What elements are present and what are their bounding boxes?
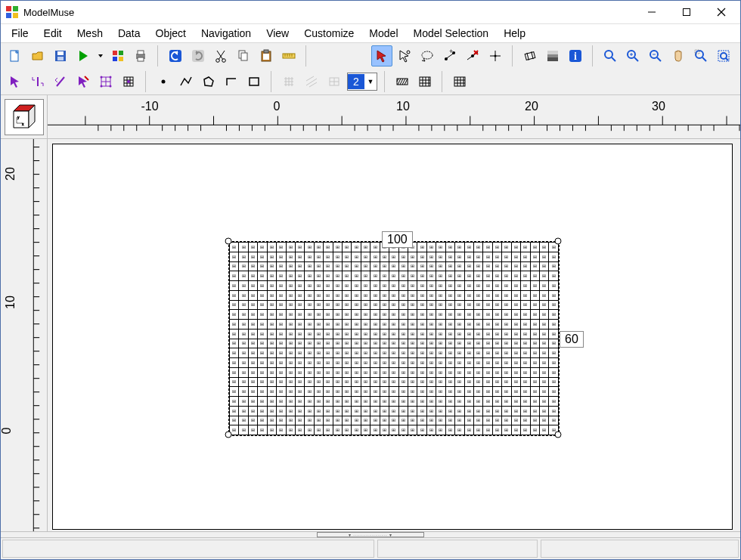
toolbar-row-2: 2 ▼ xyxy=(1,69,740,94)
zoom-extents-button[interactable] xyxy=(600,45,621,67)
add-vertex-tool[interactable]: + xyxy=(439,45,460,67)
visualize-button[interactable] xyxy=(107,45,129,67)
zoom-out-button[interactable] xyxy=(645,45,666,67)
resize-handle-ne[interactable] xyxy=(555,238,562,245)
separator xyxy=(271,71,274,92)
run-button[interactable] xyxy=(73,45,94,67)
maximize-button[interactable] xyxy=(669,1,704,23)
cut-button[interactable] xyxy=(210,45,231,67)
menu-model-selection[interactable]: Model Selection xyxy=(406,24,497,42)
straight-line-tool[interactable] xyxy=(221,71,242,92)
color-legend-button[interactable] xyxy=(542,45,563,67)
open-button[interactable] xyxy=(27,45,48,67)
resize-handle-sw[interactable] xyxy=(225,432,232,438)
svg-rect-10 xyxy=(57,51,64,55)
svg-rect-29 xyxy=(263,54,269,60)
select-polygon-tool[interactable] xyxy=(417,45,438,67)
window-title: ModelMuse xyxy=(23,7,634,18)
model-canvas[interactable]: ⊞⊞⊞⊞⊞⊞⊞⊞⊞⊞⊞⊞⊞⊞⊞⊞⊞⊞⊞⊞⊞⊞⊞⊞⊞⊞⊞⊞⊞⊞⊞⊞⊞⊞⊞⊞⊞⊞⊞⊞… xyxy=(52,144,733,530)
splitter-grip-icon: ▾ ················· ▾ xyxy=(317,532,424,537)
polygon-tool[interactable] xyxy=(198,71,219,92)
menu-customize[interactable]: Customize xyxy=(296,24,361,42)
group-select: + xyxy=(369,44,508,68)
save-button[interactable] xyxy=(50,45,71,67)
pan-button[interactable] xyxy=(668,45,689,67)
info-button[interactable]: i xyxy=(565,45,586,67)
menu-object[interactable]: Object xyxy=(148,24,194,42)
print-button[interactable] xyxy=(130,45,151,67)
svg-point-36 xyxy=(422,51,433,59)
paste-button[interactable] xyxy=(256,45,277,67)
group-create xyxy=(2,70,141,94)
status-bar xyxy=(1,537,740,559)
redo-button[interactable] xyxy=(188,45,209,67)
new-button[interactable] xyxy=(5,45,26,67)
svg-point-80 xyxy=(110,85,112,88)
separator xyxy=(305,45,309,67)
svg-rect-88 xyxy=(250,78,259,85)
menu-model[interactable]: Model xyxy=(361,24,405,42)
add-col-row-icon[interactable] xyxy=(27,71,48,92)
menu-edit[interactable]: Edit xyxy=(36,24,70,42)
model-grid-object[interactable]: ⊞⊞⊞⊞⊞⊞⊞⊞⊞⊞⊞⊞⊞⊞⊞⊞⊞⊞⊞⊞⊞⊞⊞⊞⊞⊞⊞⊞⊞⊞⊞⊞⊞⊞⊞⊞⊞⊞⊞⊞… xyxy=(228,241,560,436)
svg-rect-18 xyxy=(138,57,144,61)
rectangle-tool[interactable] xyxy=(243,71,265,92)
close-button[interactable] xyxy=(704,1,739,23)
svg-line-57 xyxy=(612,57,615,61)
menu-navigation[interactable]: Navigation xyxy=(194,24,259,42)
height-callout: 60 xyxy=(560,331,584,348)
point-tool[interactable] xyxy=(153,71,174,92)
copy-button[interactable] xyxy=(233,45,254,67)
subdivide-icon[interactable] xyxy=(95,71,116,92)
grid-angle-button[interactable] xyxy=(519,45,541,67)
svg-rect-1 xyxy=(13,6,18,11)
menu-mesh[interactable]: Mesh xyxy=(70,24,110,42)
svg-line-50 xyxy=(532,51,534,59)
move-col-row-icon[interactable] xyxy=(50,71,71,92)
svg-line-49 xyxy=(527,53,529,60)
spacing-icon[interactable] xyxy=(118,71,139,92)
grid-diag-icon[interactable] xyxy=(301,71,322,92)
svg-line-70 xyxy=(726,58,728,60)
zoom-in-button[interactable] xyxy=(622,45,643,67)
undo-button[interactable] xyxy=(165,45,186,67)
menu-help[interactable]: Help xyxy=(496,24,533,42)
lasso-tool[interactable] xyxy=(394,45,415,67)
horizontal-splitter[interactable]: ▾ ················· ▾ xyxy=(1,531,740,537)
group-display: i xyxy=(517,44,588,68)
menu-data[interactable]: Data xyxy=(110,24,148,42)
toolbar-row-1: + i xyxy=(1,43,740,69)
zoom-region-button[interactable] xyxy=(713,45,734,67)
delete-vertex-tool[interactable] xyxy=(462,45,483,67)
minimize-button[interactable] xyxy=(634,1,669,23)
menu-file[interactable]: File xyxy=(4,24,36,42)
move-nodes-icon[interactable] xyxy=(485,45,506,67)
view-cube[interactable]: yx xyxy=(5,99,44,135)
separator xyxy=(512,45,516,67)
measure-button[interactable] xyxy=(278,45,299,67)
separator xyxy=(442,71,445,92)
del-col-row-icon[interactable] xyxy=(73,71,94,92)
svg-point-56 xyxy=(605,51,612,58)
polyline-tool[interactable] xyxy=(175,71,197,92)
create-point-icon[interactable] xyxy=(5,71,26,92)
svg-rect-2 xyxy=(6,13,11,18)
svg-point-23 xyxy=(216,59,220,63)
zoom-window-button[interactable] xyxy=(690,45,712,67)
resize-handle-nw[interactable] xyxy=(225,238,232,245)
view-hatch-icon[interactable] xyxy=(392,71,413,92)
grid-square-icon[interactable] xyxy=(324,71,345,92)
layer-selector[interactable]: 2 ▼ xyxy=(347,73,377,91)
svg-rect-11 xyxy=(57,57,64,60)
menu-view[interactable]: View xyxy=(259,24,296,42)
view-grid-icon[interactable] xyxy=(414,71,436,92)
group-gridstyle: 2 ▼ xyxy=(276,70,380,94)
view-cells-icon[interactable] xyxy=(449,71,470,92)
group-view2 xyxy=(447,70,473,94)
grid-small-icon[interactable] xyxy=(278,71,299,92)
view-cube-corner: yx xyxy=(1,95,48,139)
run-dropdown-icon[interactable] xyxy=(95,45,106,67)
svg-point-87 xyxy=(162,80,166,84)
resize-handle-se[interactable] xyxy=(555,432,562,438)
pointer-tool[interactable] xyxy=(371,45,392,67)
